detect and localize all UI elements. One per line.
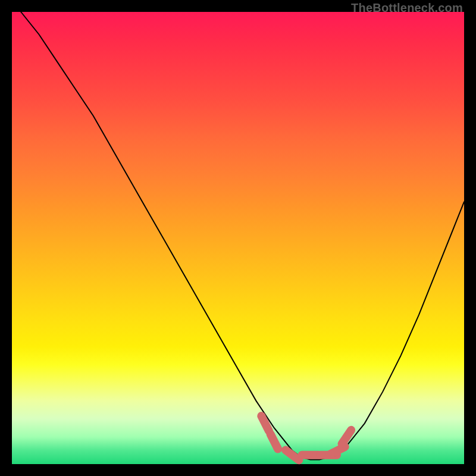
chart-frame: TheBottleneck.com	[0, 0, 476, 476]
optimal-marker	[271, 434, 278, 449]
plot-area	[12, 12, 464, 464]
optimal-marker	[286, 450, 299, 460]
optimal-zone-markers	[261, 416, 351, 460]
chart-svg	[12, 12, 464, 464]
bottleneck-curve	[21, 12, 464, 459]
watermark-text: TheBottleneck.com	[351, 1, 463, 15]
